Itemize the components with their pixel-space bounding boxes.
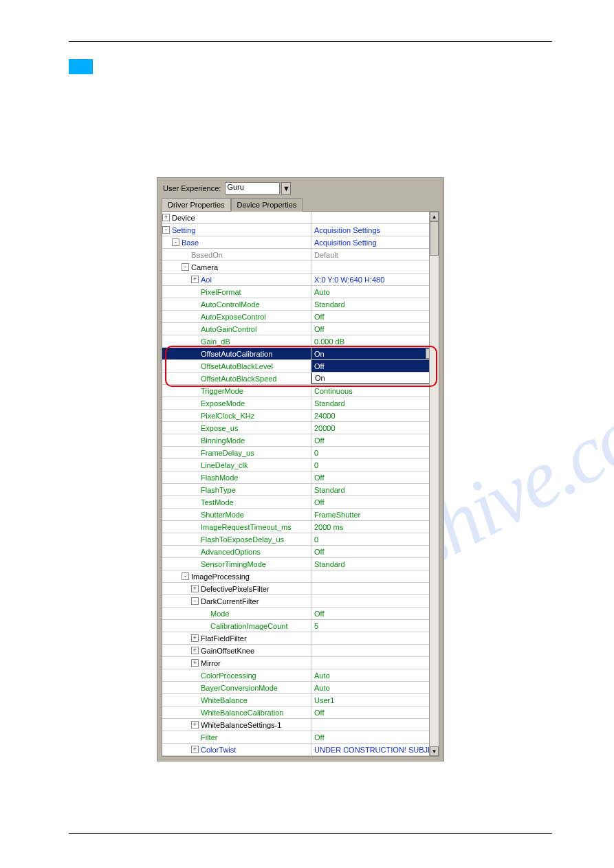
- property-value-cell[interactable]: [311, 632, 439, 644]
- property-row[interactable]: -Camera: [162, 261, 439, 274]
- property-name-cell[interactable]: Gain_dB: [162, 335, 311, 347]
- property-row[interactable]: -BaseAcquisition Setting: [162, 236, 439, 249]
- property-row[interactable]: -SettingAcquisition Settings: [162, 224, 439, 236]
- property-name-cell[interactable]: +WhiteBalanceSettings-1: [162, 719, 311, 731]
- property-row[interactable]: ImageRequestTimeout_ms2000 ms: [162, 521, 439, 533]
- property-name-cell[interactable]: FlashType: [162, 484, 311, 496]
- property-name-cell[interactable]: TriggerMode: [162, 385, 311, 397]
- property-name-cell[interactable]: WhiteBalance: [162, 694, 311, 706]
- scroll-up-icon[interactable]: ▲: [430, 212, 439, 221]
- collapse-icon[interactable]: -: [191, 597, 199, 605]
- property-value-cell[interactable]: Acquisition Setting: [311, 236, 439, 248]
- property-row[interactable]: +ColorTwistUNDER CONSTRUCTION! SUBJECT T…: [162, 744, 439, 756]
- property-row[interactable]: TriggerModeContinuous: [162, 385, 439, 397]
- user-experience-select[interactable]: Guru: [225, 182, 280, 194]
- property-name-cell[interactable]: AutoGainControl: [162, 323, 311, 335]
- property-row[interactable]: PixelFormatAuto: [162, 286, 439, 298]
- property-value-cell[interactable]: [311, 212, 439, 223]
- property-name-cell[interactable]: -Camera: [162, 261, 311, 273]
- property-value-cell[interactable]: Off: [311, 546, 439, 557]
- property-name-cell[interactable]: +Mirror: [162, 657, 311, 669]
- collapse-icon[interactable]: -: [182, 572, 189, 580]
- property-value-cell[interactable]: Auto: [311, 682, 439, 693]
- property-row[interactable]: OffsetAutoBlackSpeedOn: [162, 372, 439, 385]
- property-name-cell[interactable]: BinningMode: [162, 434, 311, 446]
- property-name-cell[interactable]: AutoControlMode: [162, 298, 311, 310]
- property-row[interactable]: -DarkCurrentFilter: [162, 595, 439, 608]
- property-value-cell[interactable]: Off: [311, 731, 439, 743]
- expand-icon[interactable]: +: [191, 585, 199, 592]
- property-value-cell[interactable]: 0: [311, 447, 439, 458]
- property-name-cell[interactable]: BayerConversionMode: [162, 682, 311, 693]
- property-name-cell[interactable]: CalibrationImageCount: [162, 620, 311, 632]
- property-name-cell[interactable]: AutoExposeControl: [162, 311, 311, 322]
- expand-icon[interactable]: +: [191, 634, 199, 642]
- property-value-cell[interactable]: [311, 570, 439, 582]
- property-value-cell[interactable]: 24000: [311, 410, 439, 421]
- property-name-cell[interactable]: -ImageProcessing: [162, 570, 311, 582]
- property-name-cell[interactable]: +GainOffsetKnee: [162, 645, 311, 656]
- property-value-cell[interactable]: On: [311, 372, 439, 384]
- property-value-cell[interactable]: Off: [311, 311, 439, 322]
- property-value-cell[interactable]: [311, 719, 439, 731]
- property-name-cell[interactable]: PixelClock_KHz: [162, 410, 311, 421]
- property-value-cell[interactable]: Standard: [311, 484, 439, 496]
- property-value-cell[interactable]: Off: [311, 496, 439, 508]
- property-value-cell[interactable]: 2000 ms: [311, 521, 439, 533]
- property-value-cell[interactable]: Auto: [311, 669, 439, 681]
- property-value-cell[interactable]: [311, 645, 439, 656]
- property-name-cell[interactable]: OffsetAutoBlackSpeed: [162, 372, 311, 384]
- tab-driver-properties[interactable]: Driver Properties: [162, 198, 231, 212]
- property-row[interactable]: +FlatFieldFilter: [162, 632, 439, 645]
- property-name-cell[interactable]: Filter: [162, 731, 311, 743]
- collapse-icon[interactable]: -: [162, 226, 170, 234]
- property-row[interactable]: SensorTimingModeStandard: [162, 558, 439, 570]
- property-value-cell[interactable]: Default: [311, 249, 439, 260]
- user-experience-dropdown-icon[interactable]: ▼: [281, 182, 291, 194]
- tab-device-properties[interactable]: Device Properties: [231, 198, 303, 212]
- property-name-cell[interactable]: ColorProcessing: [162, 669, 311, 681]
- property-value-cell[interactable]: Standard: [311, 558, 439, 570]
- property-name-cell[interactable]: -DarkCurrentFilter: [162, 595, 311, 607]
- scroll-thumb[interactable]: [430, 221, 439, 256]
- property-row[interactable]: +Device: [162, 212, 439, 224]
- property-value-cell[interactable]: Acquisition Settings: [311, 224, 439, 236]
- property-row[interactable]: ShutterModeFrameShutter: [162, 509, 439, 521]
- property-row[interactable]: AdvancedOptionsOff: [162, 546, 439, 558]
- property-row[interactable]: CalibrationImageCount5: [162, 620, 439, 632]
- property-row[interactable]: +Mirror: [162, 657, 439, 669]
- property-value-cell[interactable]: 20000: [311, 422, 439, 434]
- property-row[interactable]: ColorProcessingAuto: [162, 669, 439, 682]
- property-name-cell[interactable]: Mode: [162, 608, 311, 619]
- property-row[interactable]: +GainOffsetKnee: [162, 645, 439, 657]
- property-row[interactable]: FlashModeOff: [162, 471, 439, 484]
- expand-icon[interactable]: +: [191, 276, 199, 283]
- scroll-down-icon[interactable]: ▼: [430, 746, 439, 756]
- property-value-cell[interactable]: FrameShutter: [311, 509, 439, 520]
- property-name-cell[interactable]: SensorTimingMode: [162, 558, 311, 570]
- property-name-cell[interactable]: AdvancedOptions: [162, 546, 311, 557]
- property-name-cell[interactable]: -Setting: [162, 224, 311, 236]
- expand-icon[interactable]: +: [191, 647, 199, 654]
- property-row[interactable]: -ImageProcessing: [162, 570, 439, 583]
- property-row[interactable]: TestModeOff: [162, 496, 439, 509]
- property-value-cell[interactable]: User1: [311, 694, 439, 706]
- property-name-cell[interactable]: +DefectivePixelsFilter: [162, 583, 311, 594]
- property-name-cell[interactable]: +ColorTwist: [162, 744, 311, 755]
- property-value-cell[interactable]: Standard: [311, 298, 439, 310]
- property-value-cell[interactable]: 0.000 dB: [311, 335, 439, 347]
- property-name-cell[interactable]: ImageRequestTimeout_ms: [162, 521, 311, 533]
- property-row[interactable]: OffsetAutoCalibrationOn▼: [162, 348, 439, 360]
- property-value-cell[interactable]: Auto: [311, 286, 439, 298]
- property-row[interactable]: +DefectivePixelsFilter: [162, 583, 439, 595]
- property-value-cell[interactable]: 0: [311, 459, 439, 471]
- property-row[interactable]: FilterOff: [162, 731, 439, 744]
- property-row[interactable]: AutoControlModeStandard: [162, 298, 439, 311]
- property-name-cell[interactable]: Expose_us: [162, 422, 311, 434]
- property-name-cell[interactable]: PixelFormat: [162, 286, 311, 298]
- property-value-cell[interactable]: Off: [311, 608, 439, 619]
- property-row[interactable]: BayerConversionModeAuto: [162, 682, 439, 694]
- property-value-cell[interactable]: Off: [311, 360, 439, 372]
- property-value-cell[interactable]: Standard: [311, 397, 439, 409]
- property-row[interactable]: +AoiX:0 Y:0 W:640 H:480: [162, 274, 439, 286]
